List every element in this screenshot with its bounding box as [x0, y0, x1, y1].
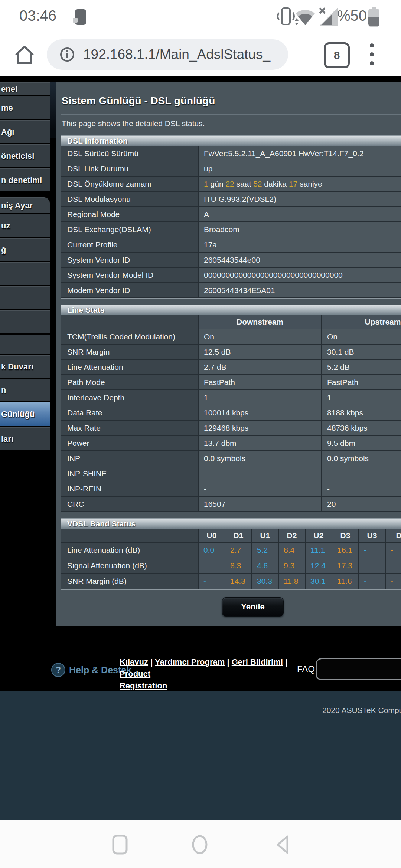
- row-value: FwVer:5.5.2.11_A_A60901 HwVer:T14.F7_0.2: [199, 146, 401, 161]
- band-value: 8.4: [279, 543, 306, 558]
- sidebar-item[interactable]: Ağı: [0, 120, 50, 143]
- footer-links: Kılavuz | Yardımcı Program | Geri Bildir…: [120, 656, 294, 692]
- band-value: -: [359, 543, 386, 558]
- band-column-header: D2: [279, 529, 306, 543]
- table-row: Path ModeFastPathFastPath: [61, 375, 401, 390]
- row-label: Data Rate: [61, 405, 199, 421]
- tab-switcher-button[interactable]: 8: [324, 42, 350, 68]
- sidebar-item[interactable]: n denetimi: [0, 168, 50, 191]
- sidebar-item[interactable]: [0, 335, 50, 354]
- table-row: DSL Exchange(DSLAM)Broadcom: [61, 222, 401, 237]
- refresh-button[interactable]: Yenile: [222, 597, 284, 617]
- sidebar-item-selected[interactable]: Günlüğü: [0, 402, 56, 426]
- row-label: Line Attenuation: [61, 360, 199, 375]
- sidebar-background-sliver: [50, 82, 56, 451]
- sidebar-item[interactable]: ğ: [0, 238, 50, 261]
- table-row: CRC1650720: [61, 497, 401, 512]
- table-row: Signal Attenuation (dB)-8.34.69.312.417.…: [61, 558, 401, 574]
- band-value: -: [386, 574, 401, 589]
- browser-toolbar: 192.168.1.1/Main_AdslStatus_ 8: [0, 33, 401, 76]
- row-value: 00000000000000000000000000000000: [199, 268, 401, 283]
- home-button[interactable]: [192, 834, 208, 855]
- home-icon[interactable]: [13, 43, 36, 67]
- sidebar-item[interactable]: [0, 286, 50, 309]
- footer-link[interactable]: Geri Bildirimi: [232, 657, 283, 667]
- faq-search-input[interactable]: [316, 658, 401, 680]
- page-info-icon[interactable]: [59, 47, 75, 62]
- downstream-value: 12.5 dB: [199, 345, 322, 360]
- band-value: 5.2: [252, 543, 279, 558]
- android-nav-bar: [0, 820, 401, 868]
- clock: 03:46: [19, 7, 56, 24]
- downstream-value: 13.7 dbm: [199, 436, 322, 451]
- footer-link[interactable]: Kılavuz: [120, 657, 148, 667]
- table-row: INP0.0 symbols0.0 symbols: [61, 451, 401, 466]
- band-value: 14.3: [225, 574, 252, 589]
- copyright-text: 2020 ASUSTeK Computer Inc. T: [322, 706, 401, 715]
- band-value: -: [359, 574, 386, 589]
- downstream-value: 100014 kbps: [199, 405, 322, 421]
- sidebar-item[interactable]: öneticisi: [0, 144, 50, 167]
- table-row: DSL Sürücü SürümüFwVer:5.5.2.11_A_A60901…: [61, 146, 401, 161]
- table-row: Data Rate100014 kbps8188 kbps: [61, 405, 401, 421]
- column-header: Downstream: [199, 315, 322, 329]
- dsl-information-table: DSL Information DSL Sürücü SürümüFwVer:5…: [61, 135, 401, 299]
- sidebar-item[interactable]: uz: [0, 214, 50, 237]
- sidebar-section-header: niş Ayar: [0, 197, 50, 213]
- row-value: 1 gün 22 saat 52 dakika 17 saniye: [199, 177, 401, 192]
- table-row: System Vendor ID2605443544e00: [61, 253, 401, 268]
- row-label: INP-REIN: [61, 481, 199, 497]
- row-label: DSL Exchange(DSLAM): [61, 222, 199, 237]
- upstream-value: 0.0 symbols: [322, 451, 401, 466]
- row-value: A: [199, 207, 401, 222]
- row-label: Signal Attenuation (dB): [61, 558, 199, 574]
- row-label: TCM(Trellis Coded Modulation): [61, 329, 199, 345]
- line-stats-header: Line Stats: [61, 305, 401, 315]
- row-value: up: [199, 161, 401, 177]
- upstream-value: 5.2 dB: [322, 360, 401, 375]
- sidebar-item[interactable]: ları: [0, 427, 50, 450]
- table-row: Max Rate129468 kbps48736 kbps: [61, 421, 401, 436]
- band-value: -: [359, 558, 386, 574]
- band-column-header: D1: [225, 529, 252, 543]
- band-value: 16.1: [332, 543, 359, 558]
- table-row: Current Profile17a: [61, 237, 401, 253]
- band-value: -: [386, 558, 401, 574]
- sidebar-item[interactable]: [0, 262, 50, 285]
- row-label: DSL Önyükleme zamanı: [61, 177, 199, 192]
- notification-icon: [75, 9, 86, 25]
- downstream-value: 0.0 symbols: [199, 451, 322, 466]
- sidebar-item[interactable]: k Duvarı: [0, 355, 50, 378]
- row-label: SNR Margin: [61, 345, 199, 360]
- downstream-value: -: [199, 481, 322, 497]
- table-row: Interleave Depth11: [61, 390, 401, 405]
- downstream-value: 1: [199, 390, 322, 405]
- footer-link[interactable]: Yardımcı Program: [155, 657, 225, 667]
- footer-bar: ? Help & Destek Kılavuz | Yardımcı Progr…: [0, 648, 401, 691]
- band-column-header: D: [386, 529, 401, 543]
- upstream-value: 8188 kbps: [322, 405, 401, 421]
- band-value: 4.6: [252, 558, 279, 574]
- footer-link[interactable]: ProductRegistration: [120, 669, 167, 690]
- downstream-value: 16507: [199, 497, 322, 512]
- url-field[interactable]: 192.168.1.1/Main_AdslStatus_: [47, 39, 288, 70]
- upstream-value: 30.1 dB: [322, 345, 401, 360]
- browser-menu-button[interactable]: [370, 43, 374, 66]
- upstream-value: 9.5 dbm: [322, 436, 401, 451]
- back-button[interactable]: [274, 834, 290, 855]
- sidebar-item[interactable]: me: [0, 96, 50, 119]
- table-row: Line Attenuation2.7 dB5.2 dB: [61, 360, 401, 375]
- table-row: Line Attenuation (dB)0.02.75.28.411.116.…: [61, 543, 401, 558]
- row-label: [61, 315, 199, 329]
- row-label: [61, 529, 199, 543]
- recents-button[interactable]: [112, 834, 128, 855]
- sidebar-item[interactable]: [0, 310, 50, 333]
- url-text[interactable]: 192.168.1.1/Main_AdslStatus_: [83, 39, 270, 70]
- row-label: SNR Margin (dB): [61, 574, 199, 589]
- faq-label: FAQ: [297, 664, 315, 674]
- sidebar-item[interactable]: n: [0, 379, 50, 401]
- band-value: 11.6: [332, 574, 359, 589]
- row-label: Modem Vendor ID: [61, 283, 199, 298]
- upstream-value: -: [322, 466, 401, 481]
- row-label: System Vendor Model ID: [61, 268, 199, 283]
